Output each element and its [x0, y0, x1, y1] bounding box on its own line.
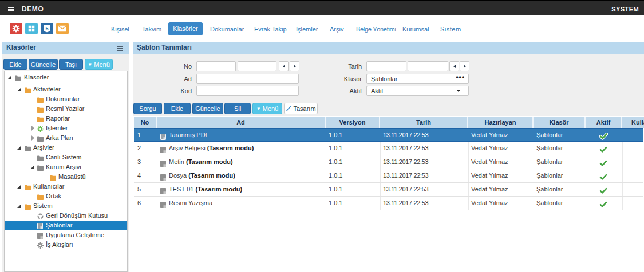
- svg-text:5: 5: [45, 26, 48, 31]
